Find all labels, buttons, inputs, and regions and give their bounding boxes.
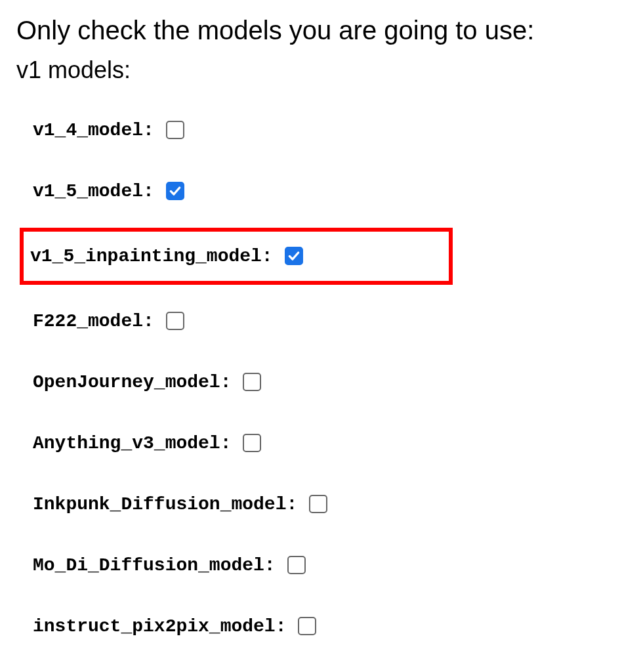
checkbox-f222-model[interactable]	[166, 312, 184, 330]
check-icon	[169, 184, 182, 198]
model-row-f222-model: F222_model:	[33, 297, 625, 346]
model-label-instruct-pix2pix-model: instruct_pix2pix_model:	[33, 616, 286, 637]
model-checkbox-list: v1_4_model:v1_5_model:v1_5_inpainting_mo…	[16, 106, 625, 651]
checkbox-inkpunk-diffusion-model[interactable]	[309, 495, 327, 513]
checkbox-anything-v3-model[interactable]	[243, 434, 261, 452]
checkbox-v1-5-inpainting-model[interactable]	[285, 247, 303, 265]
model-row-v1-5-inpainting-model: v1_5_inpainting_model:	[20, 228, 453, 285]
check-icon	[287, 249, 300, 262]
checkbox-instruct-pix2pix-model[interactable]	[298, 617, 316, 635]
model-label-v1-5-inpainting-model: v1_5_inpainting_model:	[30, 246, 273, 266]
model-row-v1-4-model: v1_4_model:	[33, 106, 625, 155]
model-label-anything-v3-model: Anything_v3_model:	[33, 433, 231, 453]
model-label-inkpunk-diffusion-model: Inkpunk_Diffusion_model:	[33, 494, 297, 514]
section-heading: Only check the models you are going to u…	[16, 13, 625, 47]
model-label-v1-4-model: v1_4_model:	[33, 120, 154, 140]
model-label-mo-di-diffusion-model: Mo_Di_Diffusion_model:	[33, 555, 276, 576]
model-label-v1-5-model: v1_5_model:	[33, 181, 154, 201]
checkbox-v1-4-model[interactable]	[166, 121, 184, 139]
model-label-openjourney-model: OpenJourney_model:	[33, 372, 231, 392]
checkbox-openjourney-model[interactable]	[243, 373, 261, 391]
section-subheading: v1 models:	[16, 55, 625, 86]
model-label-f222-model: F222_model:	[33, 311, 154, 331]
checkbox-v1-5-model[interactable]	[166, 182, 184, 200]
model-row-openjourney-model: OpenJourney_model:	[33, 358, 625, 407]
model-row-inkpunk-diffusion-model: Inkpunk_Diffusion_model:	[33, 480, 625, 529]
model-row-anything-v3-model: Anything_v3_model:	[33, 419, 625, 468]
model-row-v1-5-model: v1_5_model:	[33, 167, 625, 216]
model-row-instruct-pix2pix-model: instruct_pix2pix_model:	[33, 602, 625, 651]
model-row-mo-di-diffusion-model: Mo_Di_Diffusion_model:	[33, 541, 625, 590]
checkbox-mo-di-diffusion-model[interactable]	[287, 556, 306, 574]
